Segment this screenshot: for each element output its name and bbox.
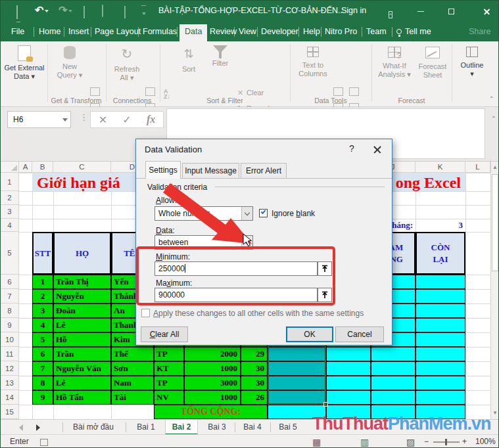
row-header-5[interactable]: 5: [1, 232, 19, 275]
cell-stt[interactable]: 3: [32, 303, 53, 318]
cell-tam-ung[interactable]: [268, 347, 326, 361]
cell-tam-ung[interactable]: [268, 361, 326, 376]
cell-ho[interactable]: Trần: [53, 347, 111, 361]
sheet-tab-bai-mo-dau[interactable]: Bài mở đầu: [66, 420, 120, 435]
allow-dropdown-icon[interactable]: [241, 207, 252, 220]
column-header-C[interactable]: C: [53, 162, 111, 173]
forecast-sheet-button[interactable]: Forecast Sheet: [416, 44, 449, 102]
column-header-K[interactable]: K: [416, 162, 465, 173]
cell-ho[interactable]: Hồ: [53, 332, 111, 347]
row-header-2[interactable]: 2: [1, 191, 19, 205]
cell-luong[interactable]: 1000: [184, 390, 241, 405]
flash-fill-icon[interactable]: [333, 87, 343, 96]
dialog-tab-settings[interactable]: Settings: [145, 161, 181, 179]
cell-con-lai[interactable]: [416, 390, 465, 405]
cell-ho[interactable]: Lê: [53, 376, 111, 390]
normal-view-icon[interactable]: ▦: [312, 437, 321, 447]
ribbon-display-options-icon[interactable]: ^: [389, 7, 392, 19]
cell-ho[interactable]: Nguyễn Văn: [53, 361, 111, 376]
filter-button[interactable]: Filter: [206, 44, 235, 102]
cell-luong[interactable]: 1000: [184, 361, 241, 376]
zoom-level[interactable]: 100%: [475, 437, 496, 446]
cell-month-value[interactable]: 3: [416, 219, 465, 232]
cell-cong[interactable]: 30: [241, 376, 268, 390]
cell-stt[interactable]: 8: [32, 376, 53, 390]
cell[interactable]: [371, 390, 416, 405]
what-if-analysis-button[interactable]: ? What-If Analysis ▾: [375, 44, 414, 102]
cell-total-label[interactable]: TỔNG CỘNG:: [154, 405, 268, 419]
zoom-out-button[interactable]: −: [424, 437, 429, 446]
cell-tam-ung[interactable]: [268, 390, 326, 405]
sheet-tab-bai-3[interactable]: Bai 3: [202, 420, 232, 435]
sheet-tab-bai-4[interactable]: Bai 4: [237, 420, 268, 435]
tab-share[interactable]: Share: [469, 22, 490, 41]
ignore-blank-checkbox[interactable]: [259, 209, 268, 217]
cell-ten[interactable]: Thế: [111, 347, 154, 361]
tab-data[interactable]: Data: [185, 22, 202, 41]
header-con-lai[interactable]: CÒN LẠI: [416, 232, 465, 275]
scroll-up-arrow[interactable]: ▲: [490, 162, 499, 173]
header-ho[interactable]: HỌ: [53, 232, 111, 275]
dialog-help-button[interactable]: ?: [345, 143, 358, 156]
column-header-L[interactable]: L: [465, 162, 490, 173]
cell-stt[interactable]: 4: [32, 318, 53, 332]
sort-button[interactable]: ⇅ Sort: [176, 44, 202, 102]
tab-file[interactable]: File: [11, 22, 24, 41]
macro-record-icon[interactable]: [40, 439, 48, 446]
tab-view[interactable]: View: [239, 22, 256, 41]
cell[interactable]: [326, 361, 371, 376]
cell-ho[interactable]: Trần Thị: [53, 275, 111, 289]
allow-dropdown[interactable]: Whole number: [154, 206, 253, 221]
cell-stt[interactable]: 2: [32, 289, 53, 303]
cell-con-lai[interactable]: [416, 361, 465, 376]
formula-bar-splitter[interactable]: ⋮: [80, 112, 88, 122]
open-folder-icon[interactable]: [102, 5, 103, 17]
cell[interactable]: [326, 347, 371, 361]
cancel-entry-icon[interactable]: ✕: [99, 114, 107, 126]
cell-ho[interactable]: Đoàn: [53, 303, 111, 318]
tab-review[interactable]: Review: [210, 22, 237, 41]
undo-icon[interactable]: ↶: [35, 4, 49, 16]
cancel-button[interactable]: Cancel: [335, 326, 384, 342]
cell-cong[interactable]: 26: [241, 390, 268, 405]
cell-con-lai[interactable]: [416, 332, 465, 347]
cell-con-lai[interactable]: [416, 289, 465, 303]
zoom-slider-thumb[interactable]: [445, 439, 447, 445]
next-sheet-icon[interactable]: [36, 424, 40, 431]
enter-entry-icon[interactable]: ✓: [122, 114, 131, 126]
row-header-9[interactable]: 9: [1, 318, 19, 332]
data-dropdown-icon[interactable]: [241, 236, 252, 249]
tab-formulas[interactable]: Formulas: [143, 22, 177, 41]
refresh-all-button[interactable]: ↻ Refresh All ▾: [110, 44, 144, 102]
fill-handle[interactable]: [323, 402, 328, 407]
ok-button[interactable]: OK: [286, 326, 333, 342]
close-button[interactable]: [475, 1, 498, 22]
row-header-10[interactable]: 10: [1, 332, 19, 347]
cell[interactable]: [371, 361, 416, 376]
data-dropdown[interactable]: between: [154, 235, 253, 250]
cell-chuc-vu[interactable]: TP: [154, 376, 184, 390]
cell[interactable]: [371, 376, 416, 390]
connections-icon[interactable]: [145, 87, 155, 96]
cell-ho[interactable]: Lê: [53, 318, 111, 332]
select-all-corner[interactable]: [1, 162, 19, 173]
dialog-tab-input-message[interactable]: Input Message: [182, 163, 239, 179]
show-queries-icon[interactable]: [90, 87, 100, 96]
row-header-14[interactable]: 14: [1, 390, 19, 405]
cell-chuc-vu[interactable]: KT: [154, 361, 184, 376]
apply-changes-checkbox[interactable]: [141, 309, 150, 317]
clear-all-button[interactable]: Clear All: [141, 326, 188, 342]
row-header-7[interactable]: 7: [1, 289, 19, 303]
new-document-icon[interactable]: [83, 7, 85, 18]
sheet-tab-bai-2[interactable]: Bai 2: [165, 420, 198, 435]
page-layout-view-icon[interactable]: ▥: [360, 437, 369, 447]
cell-ten[interactable]: Tài: [111, 390, 154, 405]
minimize-button[interactable]: [410, 1, 432, 22]
row-header-4[interactable]: 4: [1, 219, 19, 232]
cell-stt[interactable]: 7: [32, 361, 53, 376]
cell-ten[interactable]: Sơn: [111, 361, 154, 376]
tab-team[interactable]: Team: [366, 22, 387, 41]
page-break-view-icon[interactable]: ▨: [406, 437, 415, 447]
row-header-11[interactable]: 11: [1, 347, 19, 361]
cell-chuc-vu[interactable]: TP: [154, 347, 184, 361]
